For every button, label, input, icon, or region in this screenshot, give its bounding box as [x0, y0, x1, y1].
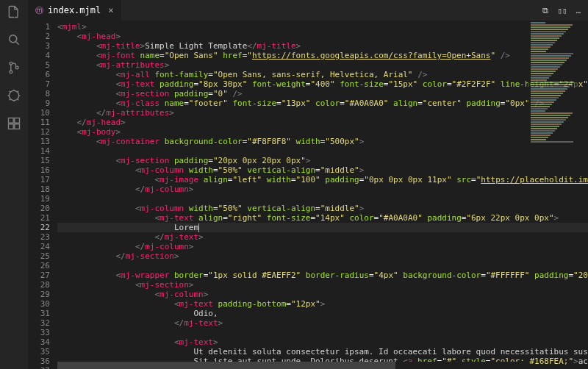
- editor-actions: ⧉ ▯▯ …: [542, 6, 588, 15]
- minimap-line: [531, 135, 551, 136]
- minimap-line: [531, 132, 553, 134]
- minimap-line: [531, 40, 557, 41]
- extensions-icon[interactable]: [5, 115, 23, 132]
- activity-bar: [0, 0, 28, 369]
- line-number: 22: [28, 223, 50, 232]
- minimap-line: [531, 139, 546, 140]
- open-preview-icon[interactable]: ⧉: [542, 6, 548, 15]
- code-line[interactable]: <mj-text>: [57, 337, 588, 347]
- line-number: 9: [28, 98, 50, 108]
- minimap-line: [531, 123, 562, 125]
- svg-point-2: [10, 71, 12, 74]
- minimap-line: [531, 79, 547, 81]
- minimap-line: [531, 24, 573, 26]
- source-control-icon[interactable]: [5, 59, 23, 76]
- line-number: 18: [28, 184, 50, 194]
- more-actions-icon[interactable]: …: [576, 6, 581, 15]
- tab-filename: index.mjml: [48, 5, 101, 15]
- code-line[interactable]: [57, 194, 588, 204]
- code-line[interactable]: <mj-attributes>: [57, 60, 588, 70]
- code-line[interactable]: <mj-text padding-bottom="12px">: [57, 299, 588, 309]
- minimap-line: [531, 126, 559, 127]
- code-area[interactable]: <mjml> <mj-head> <mj-title>Simple Light …: [57, 21, 588, 369]
- minimap-line: [531, 37, 559, 39]
- line-number: 25: [28, 251, 50, 261]
- line-number: 33: [28, 328, 50, 337]
- code-line[interactable]: <mj-text align="right" font-size="14px" …: [57, 213, 588, 223]
- code-line[interactable]: <mj-wrapper border="1px solid #EAEFF2" b…: [57, 271, 588, 280]
- minimap-line: [531, 73, 553, 74]
- split-editor-icon[interactable]: ▯▯: [557, 6, 567, 15]
- code-line[interactable]: </mj-section>: [57, 251, 588, 261]
- line-number: 36: [28, 357, 50, 366]
- tab-index-mjml[interactable]: ⓜ index.mjml ×: [28, 0, 121, 21]
- minimap-line: [531, 33, 564, 35]
- code-line[interactable]: [57, 261, 588, 271]
- svg-rect-5: [9, 118, 14, 123]
- code-line[interactable]: <mj-text padding="8px 30px" font-weight=…: [57, 79, 588, 89]
- code-line[interactable]: Odio,: [57, 309, 588, 318]
- code-line[interactable]: </mj-column>: [57, 242, 588, 251]
- line-number: 4: [28, 51, 50, 60]
- close-icon[interactable]: ×: [108, 5, 113, 15]
- minimap-line: [531, 29, 568, 30]
- minimap-line: [531, 108, 548, 110]
- code-line[interactable]: <mj-column width="50%" vertical-align="m…: [57, 165, 588, 175]
- code-line[interactable]: [57, 146, 588, 156]
- debug-icon[interactable]: [5, 87, 23, 104]
- search-icon[interactable]: [5, 31, 23, 49]
- code-line[interactable]: [57, 328, 588, 337]
- code-line[interactable]: <mj-image align="left" width="100" paddi…: [57, 175, 588, 184]
- horizontal-scrollbar[interactable]: [57, 362, 526, 369]
- code-line[interactable]: <mj-body>: [57, 127, 588, 137]
- code-line[interactable]: Ut deleniti soluta consectetur ipsam. Id…: [57, 347, 588, 357]
- code-line[interactable]: <mj-class name="footer" font-size="13px"…: [57, 98, 588, 108]
- line-number: 15: [28, 156, 50, 165]
- minimap-line: [531, 101, 554, 103]
- minimap[interactable]: [528, 22, 578, 169]
- code-line[interactable]: <mj-column>: [57, 290, 588, 299]
- line-number: 34: [28, 337, 50, 347]
- line-number: 32: [28, 318, 50, 328]
- minimap-line: [531, 64, 562, 65]
- minimap-line: [531, 115, 570, 116]
- code-line[interactable]: Lorem: [57, 223, 588, 232]
- code-line[interactable]: <mjml>: [57, 22, 588, 32]
- minimap-line: [531, 99, 556, 101]
- minimap-line: [531, 66, 560, 68]
- code-line[interactable]: <mj-all font-family="Open Sans, sans-ser…: [57, 70, 588, 79]
- code-line[interactable]: <mj-font name="Open Sans" href="https://…: [57, 51, 588, 60]
- minimap-line: [531, 46, 551, 48]
- line-number: 17: [28, 175, 50, 184]
- code-line[interactable]: <mj-section padding="0" />: [57, 89, 588, 98]
- code-line[interactable]: <mj-section>: [57, 280, 588, 290]
- code-line[interactable]: <mj-title>Simple Light Template</mj-titl…: [57, 41, 588, 51]
- svg-point-4: [9, 90, 18, 100]
- tabbar: ⓜ index.mjml × ⧉ ▯▯ …: [28, 0, 588, 21]
- editor-main: ⓜ index.mjml × ⧉ ▯▯ … 123456789101112131…: [28, 0, 588, 369]
- minimap-line: [531, 117, 568, 118]
- code-line[interactable]: <mj-head>: [57, 32, 588, 41]
- scrollbar-thumb[interactable]: [57, 362, 395, 369]
- line-number: 26: [28, 261, 50, 271]
- code-line[interactable]: </mj-attributes>: [57, 108, 588, 118]
- code-line[interactable]: <mj-container background-color="#F8F8F8"…: [57, 137, 588, 146]
- minimap-line: [531, 106, 550, 107]
- svg-rect-8: [15, 118, 20, 123]
- svg-point-0: [10, 35, 17, 43]
- code-line[interactable]: </mj-column>: [57, 184, 588, 194]
- minimap-line: [531, 44, 553, 46]
- minimap-line: [531, 71, 556, 72]
- explorer-icon[interactable]: [5, 3, 23, 21]
- code-line[interactable]: </mj-text>: [57, 318, 588, 328]
- code-line[interactable]: </mj-head>: [57, 118, 588, 127]
- line-number: 7: [28, 79, 50, 89]
- line-number: 13: [28, 137, 50, 146]
- code-line[interactable]: </mj-text>: [57, 232, 588, 242]
- line-number: 30: [28, 299, 50, 309]
- line-number: 27: [28, 271, 50, 280]
- line-number: 31: [28, 309, 50, 318]
- code-line[interactable]: <mj-column width="50%" vertical-align="m…: [57, 204, 588, 213]
- code-line[interactable]: <mj-section padding="20px 0px 20px 0px">: [57, 156, 588, 165]
- minimap-line: [531, 95, 561, 96]
